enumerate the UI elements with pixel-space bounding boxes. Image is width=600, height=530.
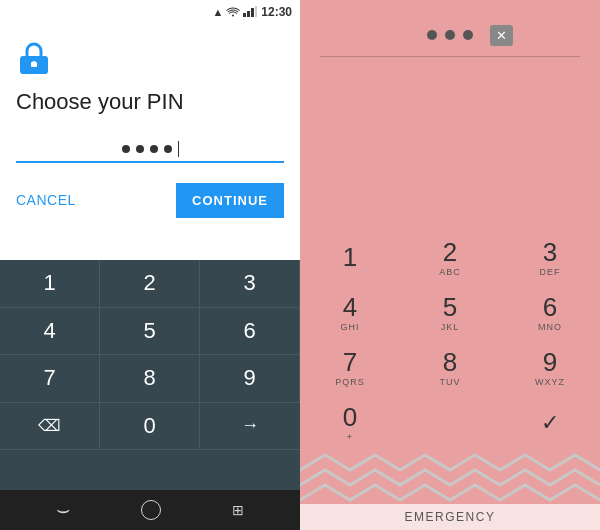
svg-rect-1 xyxy=(243,13,246,17)
right-dot-1 xyxy=(427,30,437,40)
right-delete-button[interactable]: ✕ xyxy=(490,25,513,46)
svg-rect-4 xyxy=(255,6,257,17)
right-key-3-num: 3 xyxy=(543,238,557,267)
pin-actions: Cancel CONTINUE xyxy=(16,183,284,218)
pin-dot-2 xyxy=(136,145,144,153)
status-bar: ▲ 12:30 xyxy=(0,0,300,24)
right-key-7[interactable]: 7 PQRS xyxy=(300,340,400,395)
pin-dots xyxy=(16,133,284,163)
right-key-8[interactable]: 8 TUV xyxy=(400,340,500,395)
signal-bars-icon xyxy=(243,6,257,19)
svg-point-7 xyxy=(32,61,36,65)
right-key-check[interactable]: ✓ xyxy=(500,395,600,450)
chevron-area: EMERGENCY xyxy=(300,450,600,530)
svg-rect-2 xyxy=(247,11,250,17)
right-key-5-letters: JKL xyxy=(441,322,460,332)
right-key-3[interactable]: 3 DEF xyxy=(500,230,600,285)
right-key-6-num: 6 xyxy=(543,293,557,322)
back-nav-icon[interactable]: ⌣ xyxy=(56,497,70,523)
wifi-icon xyxy=(226,6,240,19)
emergency-bar[interactable]: EMERGENCY xyxy=(300,504,600,530)
key-next[interactable]: → xyxy=(200,403,300,451)
key-8[interactable]: 8 xyxy=(100,355,200,403)
pin-dot-4 xyxy=(164,145,172,153)
right-divider xyxy=(320,56,580,57)
key-1[interactable]: 1 xyxy=(0,260,100,308)
right-key-1-num: 1 xyxy=(343,243,357,272)
right-dot-2 xyxy=(445,30,455,40)
svg-rect-3 xyxy=(251,8,254,17)
key-3[interactable]: 3 xyxy=(200,260,300,308)
check-icon: ✓ xyxy=(541,410,559,436)
right-key-4[interactable]: 4 GHI xyxy=(300,285,400,340)
lock-icon xyxy=(16,40,52,76)
emergency-label: EMERGENCY xyxy=(405,510,496,524)
key-0[interactable]: 0 xyxy=(100,403,200,451)
right-key-3-letters: DEF xyxy=(540,267,561,277)
right-key-4-num: 4 xyxy=(343,293,357,322)
right-key-0-num: 0 xyxy=(343,403,357,432)
right-key-empty xyxy=(400,395,500,450)
right-pin-dots: ✕ xyxy=(427,30,473,40)
pin-cursor xyxy=(178,141,179,157)
right-key-9-letters: WXYZ xyxy=(535,377,565,387)
svg-point-0 xyxy=(232,14,234,16)
right-top: ✕ xyxy=(300,0,600,230)
right-panel: ✕ 1 2 ABC 3 DEF 4 GHI 5 JKL 6 MNO xyxy=(300,0,600,530)
right-key-1[interactable]: 1 xyxy=(300,230,400,285)
right-key-6-letters: MNO xyxy=(538,322,562,332)
right-key-2-num: 2 xyxy=(443,238,457,267)
key-delete[interactable]: ⌫ xyxy=(0,403,100,451)
right-key-4-letters: GHI xyxy=(340,322,359,332)
key-9[interactable]: 9 xyxy=(200,355,300,403)
right-key-6[interactable]: 6 MNO xyxy=(500,285,600,340)
left-panel: ▲ 12:30 xyxy=(0,0,300,530)
pin-dot-1 xyxy=(122,145,130,153)
key-7[interactable]: 7 xyxy=(0,355,100,403)
right-key-5[interactable]: 5 JKL xyxy=(400,285,500,340)
right-key-9-num: 9 xyxy=(543,348,557,377)
key-2[interactable]: 2 xyxy=(100,260,200,308)
recents-nav-icon[interactable]: ⊞ xyxy=(232,502,244,518)
right-key-8-letters: TUV xyxy=(440,377,461,387)
continue-button[interactable]: CONTINUE xyxy=(176,183,284,218)
cancel-button[interactable]: Cancel xyxy=(16,192,76,208)
status-icons: ▲ xyxy=(212,6,257,19)
key-5[interactable]: 5 xyxy=(100,308,200,356)
right-dot-3 xyxy=(463,30,473,40)
right-key-8-num: 8 xyxy=(443,348,457,377)
status-time: 12:30 xyxy=(261,5,292,19)
right-key-5-num: 5 xyxy=(443,293,457,322)
nav-bar: ⌣ ⊞ xyxy=(0,490,300,530)
numeric-keyboard-right: 1 2 ABC 3 DEF 4 GHI 5 JKL 6 MNO 7 PQRS xyxy=(300,230,600,450)
key-6[interactable]: 6 xyxy=(200,308,300,356)
key-4[interactable]: 4 xyxy=(0,308,100,356)
pin-input-area[interactable] xyxy=(16,133,284,167)
pin-content: Choose your PIN Cancel CONTINUE xyxy=(0,24,300,260)
right-key-2[interactable]: 2 ABC xyxy=(400,230,500,285)
right-key-0-letters: + xyxy=(347,432,353,442)
chevron-pattern xyxy=(300,450,600,510)
right-key-0[interactable]: 0 + xyxy=(300,395,400,450)
choose-pin-title: Choose your PIN xyxy=(16,88,284,117)
right-key-7-letters: PQRS xyxy=(335,377,365,387)
signal-icon: ▲ xyxy=(212,6,223,18)
right-key-7-num: 7 xyxy=(343,348,357,377)
pin-dot-3 xyxy=(150,145,158,153)
lock-icon-container xyxy=(16,40,284,80)
numeric-keyboard-left: 1 2 3 4 5 6 7 8 9 ⌫ 0 → xyxy=(0,260,300,490)
delete-icon: ✕ xyxy=(496,28,507,43)
right-key-9[interactable]: 9 WXYZ xyxy=(500,340,600,395)
right-key-2-letters: ABC xyxy=(439,267,461,277)
home-nav-icon[interactable] xyxy=(141,500,161,520)
